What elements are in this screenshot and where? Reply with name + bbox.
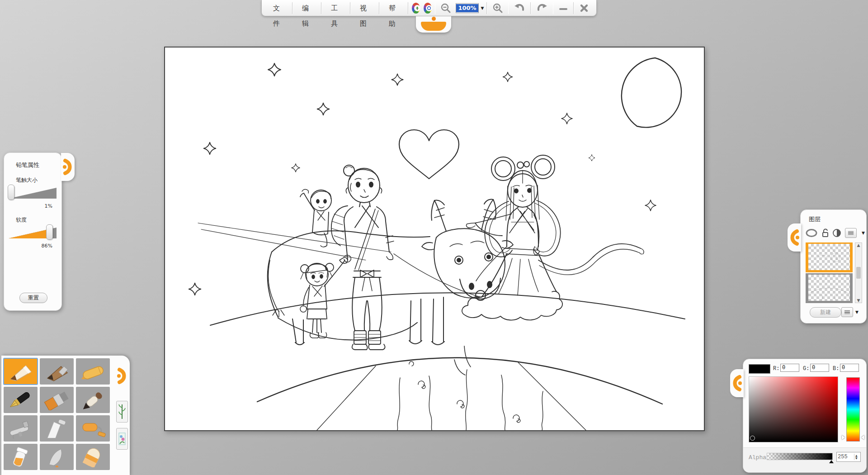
cowherd: [331, 165, 394, 350]
orange-handle-icon: [117, 367, 127, 385]
toolbar-drag-handle[interactable]: [416, 16, 451, 33]
layer-options-button[interactable]: [841, 307, 853, 317]
layer-list-scrollbar[interactable]: ▲ ▼: [855, 242, 862, 303]
alpha-marker-icon[interactable]: [829, 460, 834, 463]
minimize-button[interactable]: [555, 0, 572, 16]
tool-fountain-pen[interactable]: [4, 387, 38, 413]
saturation-value-box[interactable]: [749, 376, 838, 442]
tool-charcoal-pencil[interactable]: [40, 358, 74, 385]
layers-panel-drag-handle[interactable]: [788, 223, 801, 252]
tool-paint-bottle[interactable]: [4, 444, 38, 470]
tool-palette-tab-column: [114, 356, 130, 475]
stars-group: [189, 63, 656, 295]
boy-on-ox: [300, 190, 331, 247]
toolbar-separator: [408, 2, 409, 14]
reset-button[interactable]: 重置: [19, 293, 47, 303]
blue-label: B:: [833, 366, 839, 372]
toolbar-separator: [553, 2, 554, 14]
hue-marker-left-icon[interactable]: [842, 435, 845, 440]
alpha-spin-arrows[interactable]: ▲▼: [854, 454, 859, 460]
alpha-slider[interactable]: [767, 453, 833, 460]
red-input[interactable]: [780, 364, 799, 372]
alpha-input[interactable]: [837, 454, 854, 460]
zoom-in-button[interactable]: [489, 0, 507, 16]
brush-size-slider-handle[interactable]: [8, 185, 14, 200]
scroll-up-icon[interactable]: ▲: [857, 243, 860, 247]
orange-handle-icon: [789, 228, 800, 247]
softness-slider-handle[interactable]: [46, 224, 53, 240]
tool-palette-knife[interactable]: [40, 415, 74, 442]
alpha-label: Alpha: [749, 454, 766, 461]
menu-edit[interactable]: 编辑: [294, 0, 320, 16]
layer-options-arrow-icon[interactable]: ▼: [854, 310, 860, 314]
zoom-out-button[interactable]: [437, 0, 455, 16]
scrollbar-thumb[interactable]: [856, 267, 861, 279]
toolbar-separator: [350, 2, 351, 14]
toolbar-separator: [321, 2, 322, 14]
layer-unlock-icon[interactable]: [821, 228, 829, 238]
menu-file[interactable]: 文件: [265, 0, 291, 16]
alpha-spinner: ▲▼: [836, 452, 861, 462]
blue-input[interactable]: [840, 364, 859, 372]
pencil-panel-title: 铅笔属性: [16, 161, 61, 169]
tool-eraser[interactable]: [76, 444, 110, 470]
drawing-canvas[interactable]: [164, 47, 705, 431]
heart: [399, 130, 459, 179]
tool-palette-drag-handle[interactable]: [115, 362, 129, 390]
zoom-level-input[interactable]: 100%: [456, 3, 478, 13]
toolbar-separator: [508, 2, 509, 14]
scroll-down-icon[interactable]: ▼: [857, 298, 860, 303]
brush-size-label: 笔触大小: [16, 176, 61, 184]
tool-chinese-brush[interactable]: [76, 387, 110, 413]
layer-menu-arrow-icon[interactable]: ▼: [860, 231, 866, 235]
top-toolbar: 文件 编辑 工具 视图 帮助 100% ▼: [261, 0, 597, 16]
softness-label: 软度: [16, 216, 61, 224]
toolbar-separator: [292, 2, 293, 14]
undo-button[interactable]: [510, 0, 529, 16]
orange-handle-icon: [731, 374, 742, 392]
toolbar-separator: [573, 2, 574, 14]
pencil-panel-drag-handle[interactable]: [61, 153, 75, 181]
toolbar-separator: [435, 2, 436, 14]
layer-item-2[interactable]: [806, 273, 853, 303]
layers-panel-title: 图层: [809, 215, 866, 223]
pencil-properties-panel: 铅笔属性 笔触大小 1% 软度 86% 重置: [4, 152, 62, 311]
current-color-swatch: [749, 364, 770, 374]
layer-list: [806, 242, 853, 304]
menu-tools[interactable]: 工具: [323, 0, 349, 16]
tool-pencil[interactable]: [4, 358, 38, 385]
clown-left-eye-icon[interactable]: [412, 3, 420, 14]
clown-right-eye-icon[interactable]: [424, 3, 432, 14]
tool-painting-knife[interactable]: [40, 444, 74, 470]
tool-oil-brush[interactable]: [40, 387, 74, 413]
brush-size-slider[interactable]: [8, 186, 58, 202]
softness-value: 86%: [4, 243, 52, 249]
new-layer-button[interactable]: 新建: [810, 307, 841, 318]
ox: [268, 199, 513, 375]
hue-marker-right-icon[interactable]: [861, 435, 864, 440]
menu-help[interactable]: 帮助: [381, 0, 406, 16]
layer-menu-button[interactable]: [845, 228, 857, 238]
picture-stamp-page-button[interactable]: [116, 428, 128, 450]
tool-crayon[interactable]: [76, 358, 110, 385]
close-button[interactable]: [576, 0, 593, 16]
softness-slider[interactable]: [8, 226, 58, 242]
green-label: G:: [803, 366, 809, 372]
layer-item-1[interactable]: [806, 242, 853, 272]
color-panel-drag-handle[interactable]: [730, 369, 744, 397]
color-picker-panel: R: G: B: Alpha ▲▼: [743, 359, 867, 473]
tool-paint-roller[interactable]: [76, 415, 110, 442]
canvas-artwork: [165, 48, 704, 430]
zoom-level-value: 100%: [456, 4, 478, 12]
menu-view[interactable]: 视图: [352, 0, 377, 16]
zoom-dropdown-arrow-icon[interactable]: ▼: [480, 6, 486, 10]
green-input[interactable]: [810, 364, 829, 372]
redo-button[interactable]: [533, 0, 552, 16]
layer-opacity-icon[interactable]: [832, 228, 841, 238]
layer-visibility-icon[interactable]: [805, 228, 818, 238]
tool-airbrush[interactable]: [4, 415, 38, 442]
app-window: 文件 编辑 工具 视图 帮助 100% ▼: [0, 0, 868, 475]
bamboo-stamp-page-button[interactable]: [116, 401, 128, 423]
hue-strip[interactable]: [846, 377, 860, 442]
sv-selection-marker[interactable]: [750, 436, 755, 441]
